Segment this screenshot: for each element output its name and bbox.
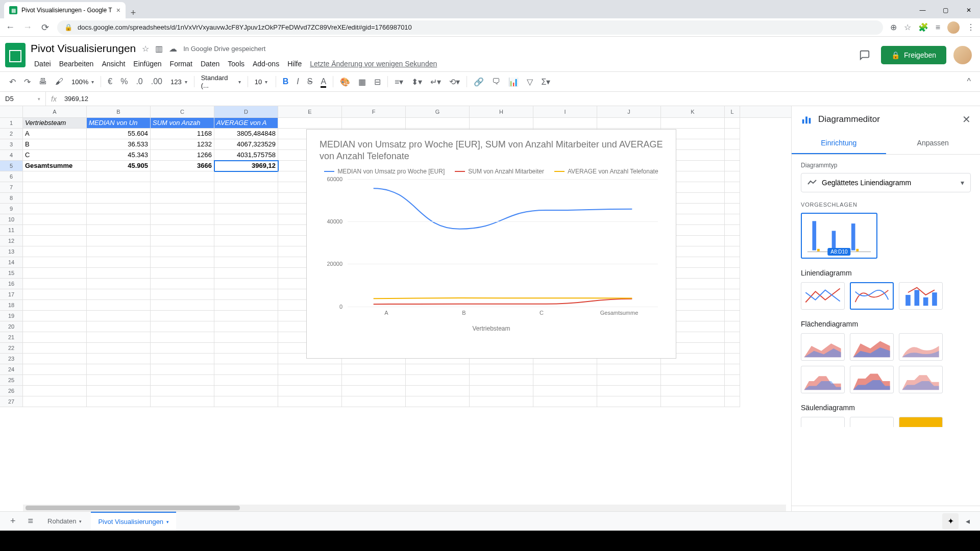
cell-D14[interactable]: [214, 257, 278, 268]
cell-D24[interactable]: [214, 364, 278, 375]
column-chart-option-3[interactable]: [899, 417, 943, 427]
cell-J27[interactable]: [597, 396, 661, 407]
cell-B2[interactable]: 55.604: [87, 129, 151, 139]
cell-B1[interactable]: MEDIAN von Un: [87, 118, 151, 129]
currency-button[interactable]: €: [105, 74, 115, 89]
cell-L27[interactable]: [725, 396, 740, 407]
name-box[interactable]: D5: [0, 92, 46, 106]
select-all-corner[interactable]: [0, 106, 23, 117]
menu-datei[interactable]: Datei: [31, 58, 55, 69]
cell-C16[interactable]: [151, 279, 214, 289]
menu-addons[interactable]: Add-ons: [249, 58, 283, 69]
cell-C2[interactable]: 1168: [151, 129, 214, 139]
cell-L20[interactable]: [725, 321, 740, 332]
cell-B6[interactable]: [87, 171, 151, 182]
cell-B23[interactable]: [87, 354, 151, 364]
row-header-23[interactable]: 23: [0, 354, 23, 364]
cell-B5[interactable]: 45.905: [87, 161, 151, 171]
cell-L4[interactable]: [725, 150, 740, 161]
smooth-line-chart-option[interactable]: [850, 282, 894, 310]
row-header-20[interactable]: 20: [0, 321, 23, 332]
cell-C20[interactable]: [151, 321, 214, 332]
cell-C12[interactable]: [151, 236, 214, 246]
reload-button[interactable]: ⟳: [40, 22, 50, 33]
cell-L26[interactable]: [725, 386, 740, 396]
row-header-2[interactable]: 2: [0, 129, 23, 139]
column-header-F[interactable]: F: [342, 106, 406, 117]
cell-D25[interactable]: [214, 375, 278, 386]
cell-G25[interactable]: [406, 375, 470, 386]
cell-H1[interactable]: [470, 118, 533, 129]
cell-E24[interactable]: [278, 364, 342, 375]
cell-L9[interactable]: [725, 204, 740, 214]
cell-E25[interactable]: [278, 375, 342, 386]
column-header-A[interactable]: A: [23, 106, 87, 117]
cell-J24[interactable]: [597, 364, 661, 375]
cell-L22[interactable]: [725, 343, 740, 354]
cell-D6[interactable]: [214, 171, 278, 182]
area-chart-option-2[interactable]: [850, 333, 894, 361]
cell-B17[interactable]: [87, 289, 151, 300]
row-header-10[interactable]: 10: [0, 214, 23, 225]
cell-B24[interactable]: [87, 364, 151, 375]
cell-D19[interactable]: [214, 311, 278, 321]
cell-D22[interactable]: [214, 343, 278, 354]
link-button[interactable]: 🔗: [471, 74, 487, 89]
cell-D26[interactable]: [214, 386, 278, 396]
cell-L12[interactable]: [725, 236, 740, 246]
cell-L7[interactable]: [725, 182, 740, 193]
cell-B10[interactable]: [87, 214, 151, 225]
window-maximize-button[interactable]: ▢: [934, 2, 957, 18]
cell-C15[interactable]: [151, 268, 214, 279]
cell-B20[interactable]: [87, 321, 151, 332]
combo-chart-option[interactable]: [899, 282, 943, 310]
side-panel-toggle[interactable]: ◂: [961, 516, 975, 526]
column-chart-option-2[interactable]: [850, 417, 894, 427]
cell-G27[interactable]: [406, 396, 470, 407]
cell-D9[interactable]: [214, 204, 278, 214]
column-header-C[interactable]: C: [151, 106, 214, 117]
cell-A8[interactable]: [23, 193, 87, 204]
cell-H26[interactable]: [470, 386, 533, 396]
cell-C6[interactable]: [151, 171, 214, 182]
cell-E26[interactable]: [278, 386, 342, 396]
cell-B15[interactable]: [87, 268, 151, 279]
row-header-14[interactable]: 14: [0, 257, 23, 268]
cell-I1[interactable]: [533, 118, 597, 129]
cell-L5[interactable]: [725, 161, 740, 171]
menu-ansicht[interactable]: Ansicht: [98, 58, 129, 69]
text-color-button[interactable]: A: [317, 74, 329, 89]
window-minimize-button[interactable]: —: [911, 2, 934, 18]
area-chart-option-1[interactable]: [801, 333, 845, 361]
italic-button[interactable]: I: [293, 74, 302, 89]
cell-D27[interactable]: [214, 396, 278, 407]
cell-I25[interactable]: [533, 375, 597, 386]
cell-A7[interactable]: [23, 182, 87, 193]
row-header-17[interactable]: 17: [0, 289, 23, 300]
print-button[interactable]: 🖶: [36, 74, 50, 89]
valign-button[interactable]: ⬍▾: [408, 74, 425, 89]
cell-L14[interactable]: [725, 257, 740, 268]
account-avatar[interactable]: [953, 46, 972, 64]
zoom-select[interactable]: 100%: [68, 76, 97, 88]
borders-button[interactable]: ▦: [355, 74, 369, 89]
row-header-4[interactable]: 4: [0, 150, 23, 161]
row-header-11[interactable]: 11: [0, 225, 23, 236]
cell-L3[interactable]: [725, 139, 740, 150]
menu-tools[interactable]: Tools: [224, 58, 248, 69]
browser-tab[interactable]: ▦ Pivot Visualisierungen - Google T ×: [4, 2, 126, 18]
cell-L23[interactable]: [725, 354, 740, 364]
cell-F27[interactable]: [342, 396, 406, 407]
cell-K1[interactable]: [661, 118, 725, 129]
cell-A19[interactable]: [23, 311, 87, 321]
horizontal-scrollbar[interactable]: [23, 505, 786, 511]
fill-color-button[interactable]: 🎨: [337, 74, 353, 89]
cell-D4[interactable]: 4031,575758: [214, 150, 278, 161]
row-header-9[interactable]: 9: [0, 204, 23, 214]
area-chart-option-6[interactable]: [899, 366, 943, 393]
area-chart-option-5[interactable]: [850, 366, 894, 393]
chrome-profile-avatar[interactable]: [947, 21, 960, 34]
cell-A4[interactable]: C: [23, 150, 87, 161]
cell-H25[interactable]: [470, 375, 533, 386]
filter-button[interactable]: ▽: [524, 74, 536, 89]
